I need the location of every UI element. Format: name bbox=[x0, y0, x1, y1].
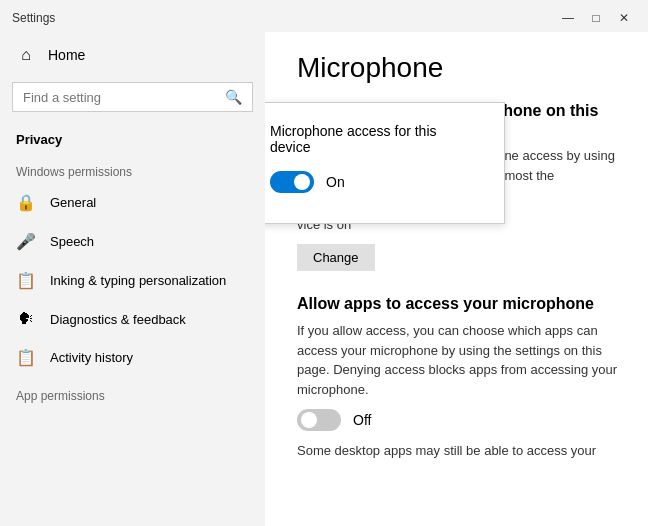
diagnostics-icon: 🗣 bbox=[16, 310, 36, 328]
popup-toggle-label: On bbox=[326, 174, 345, 190]
sidebar-item-inking[interactable]: 📋 Inking & typing personalization bbox=[0, 261, 265, 300]
sidebar-item-home[interactable]: ⌂ Home bbox=[0, 32, 265, 78]
allow-apps-title: Allow apps to access your microphone bbox=[297, 295, 624, 313]
window-controls: — □ ✕ bbox=[556, 9, 636, 27]
main-content: Microphone Allow access to the microphon… bbox=[265, 32, 648, 526]
sidebar-item-label: General bbox=[50, 195, 96, 210]
privacy-section-label: Privacy bbox=[0, 124, 265, 153]
search-input[interactable] bbox=[23, 90, 217, 105]
microphone-access-popup: Microphone access for this device On bbox=[265, 102, 505, 224]
inking-icon: 📋 bbox=[16, 271, 36, 290]
activity-icon: 📋 bbox=[16, 348, 36, 367]
change-button[interactable]: Change bbox=[297, 244, 375, 271]
home-label: Home bbox=[48, 47, 85, 63]
minimize-button[interactable]: — bbox=[556, 9, 580, 27]
windows-permissions-header: Windows permissions bbox=[0, 153, 265, 183]
page-title: Microphone bbox=[297, 52, 624, 84]
apps-toggle-row: Off bbox=[297, 409, 624, 431]
desktop-apps-text: Some desktop apps may still be able to a… bbox=[297, 441, 624, 461]
apps-toggle[interactable] bbox=[297, 409, 341, 431]
apps-toggle-label: Off bbox=[353, 412, 371, 428]
device-toggle[interactable] bbox=[270, 171, 314, 193]
app-permissions-header: App permissions bbox=[0, 377, 265, 407]
allow-apps-text: If you allow access, you can choose whic… bbox=[297, 321, 624, 399]
close-button[interactable]: ✕ bbox=[612, 9, 636, 27]
apps-toggle-track[interactable] bbox=[297, 409, 341, 431]
maximize-button[interactable]: □ bbox=[584, 9, 608, 27]
search-icon: 🔍 bbox=[225, 89, 242, 105]
sidebar: ⌂ Home 🔍 Privacy Windows permissions 🔒 G… bbox=[0, 32, 265, 526]
popup-toggle-row: On bbox=[270, 171, 480, 193]
apps-toggle-thumb bbox=[301, 412, 317, 428]
sidebar-item-label: Diagnostics & feedback bbox=[50, 312, 186, 327]
popup-title: Microphone access for this device bbox=[270, 123, 480, 155]
sidebar-item-label: Speech bbox=[50, 234, 94, 249]
app-title: Settings bbox=[12, 11, 55, 25]
sidebar-item-general[interactable]: 🔒 General bbox=[0, 183, 265, 222]
toggle-thumb bbox=[294, 174, 310, 190]
sidebar-item-activity[interactable]: 📋 Activity history bbox=[0, 338, 265, 377]
general-icon: 🔒 bbox=[16, 193, 36, 212]
sidebar-item-diagnostics[interactable]: 🗣 Diagnostics & feedback bbox=[0, 300, 265, 338]
sidebar-item-speech[interactable]: 🎤 Speech bbox=[0, 222, 265, 261]
app-container: ⌂ Home 🔍 Privacy Windows permissions 🔒 G… bbox=[0, 32, 648, 526]
sidebar-item-label: Activity history bbox=[50, 350, 133, 365]
title-bar: Settings — □ ✕ bbox=[0, 0, 648, 32]
search-box: 🔍 bbox=[12, 82, 253, 112]
toggle-track[interactable] bbox=[270, 171, 314, 193]
speech-icon: 🎤 bbox=[16, 232, 36, 251]
home-icon: ⌂ bbox=[16, 46, 36, 64]
sidebar-item-label: Inking & typing personalization bbox=[50, 273, 226, 288]
